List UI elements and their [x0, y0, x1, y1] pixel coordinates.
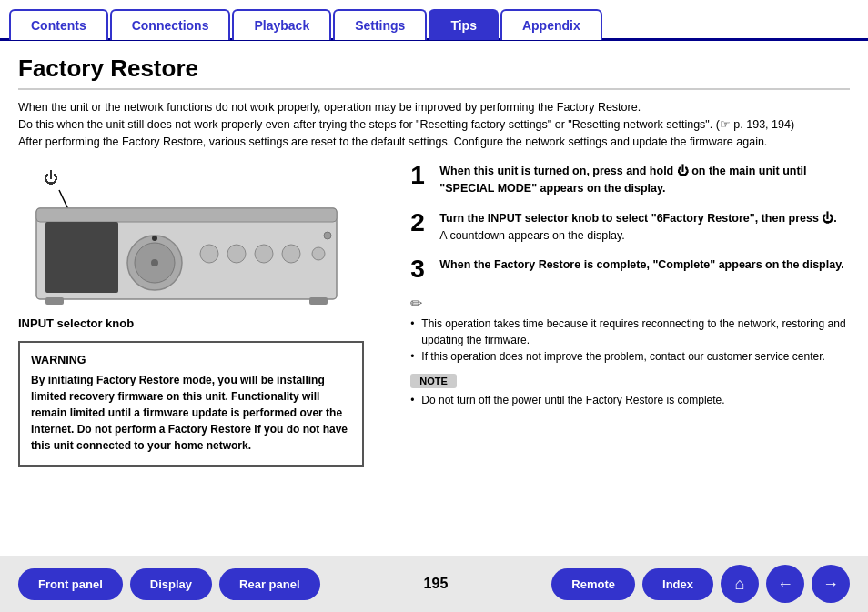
bottom-right-buttons: Remote Index ⌂ ← →	[551, 565, 850, 603]
main-content: Factory Restore When the unit or the net…	[0, 41, 868, 485]
pencil-icon: ✏	[410, 295, 850, 312]
index-button[interactable]: Index	[642, 568, 713, 600]
svg-rect-16	[45, 297, 64, 305]
svg-point-13	[282, 245, 300, 263]
tab-tips[interactable]: Tips	[429, 9, 499, 40]
tab-settings[interactable]: Settings	[333, 9, 427, 40]
intro-text: When the unit or the network functions d…	[18, 99, 850, 150]
remote-button[interactable]: Remote	[551, 568, 635, 600]
note-items-list: Do not turn off the power until the Fact…	[410, 392, 850, 408]
warning-box: WARNING By initiating Factory Restore mo…	[18, 341, 364, 467]
step-1: 1 When this unit is turned on, press and…	[410, 163, 850, 197]
intro-line-3: After performing the Factory Restore, va…	[18, 134, 850, 151]
svg-point-10	[200, 245, 218, 263]
step-2-number: 2	[410, 210, 429, 236]
tab-connections[interactable]: Connections	[110, 9, 231, 40]
content-columns: ⏻	[18, 163, 850, 467]
back-icon: ←	[777, 575, 793, 594]
svg-point-12	[255, 245, 273, 263]
display-button[interactable]: Display	[130, 568, 212, 600]
tab-bar: Contents Connections Playback Settings T…	[0, 0, 868, 41]
device-svg: ⏻	[18, 163, 355, 308]
step-2: 2 Turn the INPUT selector knob to select…	[410, 210, 850, 245]
step-3-main: When the Factory Restore is complete, "C…	[439, 256, 843, 274]
note-item-2: If this operation does not improve the p…	[410, 348, 850, 365]
bottom-nav: Front panel Display Rear panel 195 Remot…	[0, 556, 868, 612]
step-1-content: When this unit is turned on, press and h…	[439, 163, 850, 197]
tab-appendix[interactable]: Appendix	[500, 9, 602, 40]
svg-text:⏻: ⏻	[44, 170, 58, 186]
svg-rect-4	[36, 208, 337, 222]
home-button[interactable]: ⌂	[721, 565, 759, 603]
note-item-1: This operation takes time because it req…	[410, 316, 850, 348]
home-icon: ⌂	[735, 575, 745, 594]
step-3: 3 When the Factory Restore is complete, …	[410, 256, 850, 282]
rear-panel-button[interactable]: Rear panel	[219, 568, 319, 600]
note-box: NOTE Do not turn off the power until the…	[410, 374, 850, 408]
svg-point-11	[227, 245, 246, 263]
note-label: NOTE	[410, 374, 457, 388]
forward-button[interactable]: →	[812, 565, 850, 603]
svg-rect-17	[309, 297, 328, 305]
left-column: ⏻	[18, 163, 392, 467]
svg-point-14	[312, 247, 325, 260]
device-image-container: ⏻	[18, 163, 392, 330]
tab-contents[interactable]: Contents	[9, 9, 108, 40]
steps-container: 1 When this unit is turned on, press and…	[410, 163, 850, 408]
notes-list: This operation takes time because it req…	[410, 316, 850, 365]
intro-line-1: When the unit or the network functions d…	[18, 99, 850, 116]
step-1-number: 1	[410, 163, 429, 188]
svg-point-8	[151, 259, 158, 266]
step-3-content: When the Factory Restore is complete, "C…	[439, 256, 843, 274]
svg-rect-5	[45, 222, 118, 293]
svg-point-9	[152, 236, 157, 241]
warning-text: By initiating Factory Restore mode, you …	[31, 372, 351, 454]
svg-point-15	[324, 232, 331, 239]
forward-icon: →	[823, 575, 839, 594]
intro-line-2: Do this when the unit still does not wor…	[18, 116, 850, 134]
warning-title: WARNING	[31, 354, 351, 366]
tab-playback[interactable]: Playback	[232, 9, 331, 40]
step-3-number: 3	[410, 256, 429, 282]
step-2-sub: A countdown appears on the display.	[439, 227, 837, 245]
page-number: 195	[424, 576, 449, 592]
step-2-content: Turn the INPUT selector knob to select "…	[439, 210, 837, 245]
step-1-main: When this unit is turned on, press and h…	[439, 163, 850, 197]
note-box-item-1: Do not turn off the power until the Fact…	[410, 392, 850, 408]
front-panel-button[interactable]: Front panel	[18, 568, 123, 600]
bottom-left-buttons: Front panel Display Rear panel	[18, 568, 320, 600]
back-button[interactable]: ←	[766, 565, 804, 603]
right-column: 1 When this unit is turned on, press and…	[410, 163, 850, 467]
notes-section: ✏ This operation takes time because it r…	[410, 295, 850, 408]
page-title: Factory Restore	[18, 55, 850, 90]
step-2-main: Turn the INPUT selector knob to select "…	[439, 210, 837, 227]
input-selector-label: INPUT selector knob	[18, 316, 392, 330]
